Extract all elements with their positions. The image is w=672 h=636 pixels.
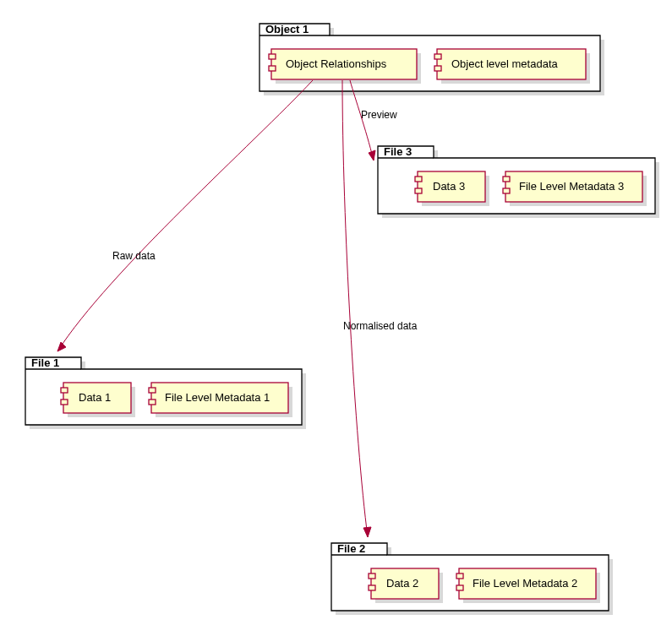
package-object1-label: Object 1	[265, 23, 309, 35]
component-file-level-metadata-1: File Level Metadata 1	[149, 383, 292, 417]
diagram-canvas: Object 1 Object Relationships Object lev…	[0, 0, 672, 636]
component-object-level-metadata-label: Object level metadata	[451, 57, 559, 70]
component-data1: Data 1	[61, 383, 135, 417]
package-file2-label: File 2	[337, 542, 365, 555]
component-data2-label: Data 2	[386, 577, 418, 590]
edge-raw-data-label: Raw data	[112, 250, 156, 262]
svg-rect-32	[149, 400, 156, 405]
svg-marker-44	[57, 342, 66, 351]
svg-rect-9	[434, 54, 441, 59]
svg-rect-27	[61, 388, 68, 393]
component-file-level-metadata-2: File Level Metadata 2	[456, 568, 600, 603]
package-file1-label: File 1	[31, 356, 59, 369]
edge-preview-label: Preview	[361, 109, 397, 121]
svg-rect-17	[415, 188, 422, 193]
component-object-level-metadata: Object level metadata	[434, 49, 590, 84]
component-object-relationships-label: Object Relationships	[286, 57, 387, 70]
svg-marker-45	[363, 527, 371, 537]
component-file-level-metadata-3-label: File Level Metadata 3	[519, 180, 624, 193]
component-data1-label: Data 1	[79, 391, 111, 404]
edge-normalised-data-label: Normalised data	[343, 320, 418, 332]
package-file3-label: File 3	[384, 145, 412, 158]
svg-rect-28	[61, 400, 68, 405]
svg-rect-20	[503, 177, 510, 182]
svg-marker-46	[369, 150, 375, 160]
svg-rect-5	[269, 54, 276, 59]
svg-rect-43	[456, 585, 463, 590]
component-file-level-metadata-3: File Level Metadata 3	[503, 171, 647, 206]
component-file-level-metadata-1-label: File Level Metadata 1	[165, 391, 270, 404]
svg-rect-38	[369, 573, 375, 579]
component-data3: Data 3	[415, 171, 489, 206]
svg-rect-39	[369, 585, 375, 590]
component-data3-label: Data 3	[433, 180, 465, 193]
svg-rect-6	[269, 66, 276, 71]
svg-rect-42	[456, 573, 463, 579]
component-file-level-metadata-2-label: File Level Metadata 2	[473, 577, 577, 590]
svg-rect-16	[415, 177, 422, 182]
edge-raw-data: Raw data	[57, 80, 313, 351]
svg-rect-31	[149, 388, 156, 393]
component-data2: Data 2	[369, 568, 443, 603]
svg-rect-21	[503, 188, 510, 193]
svg-rect-10	[434, 66, 441, 71]
component-object-relationships: Object Relationships	[269, 49, 421, 84]
